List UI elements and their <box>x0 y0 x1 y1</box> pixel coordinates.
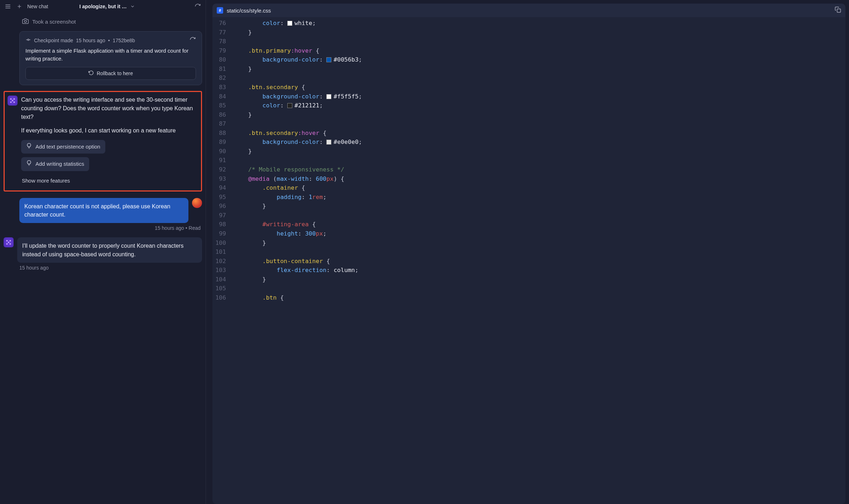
copy-icon[interactable] <box>835 6 841 14</box>
code-line[interactable]: 104 } <box>212 275 845 284</box>
assistant-avatar <box>8 96 18 106</box>
user-message-row: Korean character count is not applied, p… <box>4 198 202 223</box>
code-line[interactable]: 82 <box>212 73 845 83</box>
assistant-message: I'll update the word counter to properly… <box>4 237 202 262</box>
code-line[interactable]: 76 color: white; <box>212 19 845 28</box>
code-line[interactable]: 91 <box>212 156 845 165</box>
chat-panel: New chat I apologize, but it … Took a sc… <box>0 0 206 504</box>
camera-icon <box>22 18 29 25</box>
rollback-label: Rollback to here <box>97 71 133 76</box>
code-line[interactable]: 79 .btn.primary:hover { <box>212 46 845 55</box>
svg-point-13 <box>12 100 13 101</box>
user-message-meta: 15 hours ago • Read <box>19 223 202 231</box>
svg-point-9 <box>10 98 11 100</box>
show-more-features[interactable]: Show more features <box>21 175 198 187</box>
code-line[interactable]: 99 height: 300px; <box>212 229 845 238</box>
chat-title[interactable]: I apologize, but it … <box>80 4 127 9</box>
svg-point-11 <box>10 101 11 103</box>
chat-scroll[interactable]: Took a screenshot Checkpoint made 15 hou… <box>0 13 206 504</box>
code-line[interactable]: 89 background-color: #e0e0e0; <box>212 137 845 147</box>
svg-point-12 <box>14 101 15 103</box>
svg-point-16 <box>6 243 8 245</box>
code-line[interactable]: 106 .btn { <box>212 293 845 302</box>
code-line[interactable]: 100 } <box>212 238 845 248</box>
lightbulb-icon <box>26 143 32 151</box>
code-line[interactable]: 97 <box>212 211 845 220</box>
lightbulb-icon <box>26 160 32 168</box>
svg-point-6 <box>28 39 29 40</box>
code-line[interactable]: 93 @media (max-width: 600px) { <box>212 174 845 184</box>
checkpoint-age: 15 hours ago <box>76 38 105 43</box>
code-line[interactable]: 102 .button-container { <box>212 257 845 266</box>
svg-rect-19 <box>837 9 841 13</box>
assistant-text-2: If everything looks good, I can start wo… <box>21 126 198 135</box>
code-line[interactable]: 105 <box>212 284 845 293</box>
user-avatar <box>192 198 202 208</box>
assistant-message-time: 15 hours ago <box>19 263 202 271</box>
editor-panel: # static/css/style.css 76 color: white;7… <box>206 0 849 504</box>
menu-icon[interactable] <box>4 3 11 10</box>
editor-tab-bar: # static/css/style.css <box>212 4 845 17</box>
svg-point-14 <box>6 240 8 242</box>
checkpoint-label: Checkpoint made <box>34 38 73 43</box>
svg-point-10 <box>14 98 15 100</box>
checkpoint-hash: 1752be8b <box>113 38 135 43</box>
editor-tab[interactable]: # static/css/style.css <box>217 7 271 14</box>
code-line[interactable]: 92 /* Mobile responsiveness */ <box>212 165 845 174</box>
svg-point-17 <box>10 243 11 245</box>
plus-icon[interactable] <box>16 3 23 10</box>
assistant-avatar <box>4 237 14 247</box>
code-line[interactable]: 86 } <box>212 110 845 120</box>
svg-point-5 <box>24 20 27 23</box>
code-line[interactable]: 81 } <box>212 64 845 74</box>
new-chat-button[interactable]: New chat <box>27 4 48 9</box>
editor-filename: static/css/style.css <box>227 8 271 14</box>
checkpoint-refresh-icon[interactable] <box>190 37 196 44</box>
assistant-text: I'll update the word counter to properly… <box>17 237 202 262</box>
code-line[interactable]: 87 <box>212 119 845 129</box>
code-line[interactable]: 85 color: #212121; <box>212 101 845 110</box>
code-line[interactable]: 77 } <box>212 28 845 37</box>
screenshot-label: Took a screenshot <box>32 19 76 25</box>
code-line[interactable]: 103 flex-direction: column; <box>212 266 845 275</box>
code-line[interactable]: 83 .btn.secondary { <box>212 83 845 92</box>
checkpoint-card: Checkpoint made 15 hours ago • 1752be8b … <box>19 31 202 85</box>
code-line[interactable]: 95 padding: 1rem; <box>212 193 845 202</box>
code-line[interactable]: 98 #writing-area { <box>212 220 845 229</box>
chat-header: New chat I apologize, but it … <box>0 0 206 13</box>
suggestion-persistence[interactable]: Add text persistence option <box>21 140 105 154</box>
user-message: Korean character count is not applied, p… <box>19 198 188 223</box>
assistant-text-1: Can you access the writing interface and… <box>21 96 198 121</box>
css-file-icon: # <box>217 7 223 14</box>
code-line[interactable]: 88 .btn.secondary:hover { <box>212 129 845 138</box>
commit-icon <box>25 37 31 44</box>
rollback-button[interactable]: Rollback to here <box>25 67 196 80</box>
refresh-icon[interactable] <box>194 3 201 10</box>
code-line[interactable]: 78 <box>212 37 845 46</box>
code-area[interactable]: 76 color: white;77 }7879 .btn.primary:ho… <box>212 17 845 504</box>
code-line[interactable]: 101 <box>212 247 845 257</box>
suggestion-statistics[interactable]: Add writing statistics <box>21 157 89 171</box>
checkpoint-description: Implement a simple Flask application wit… <box>25 47 196 63</box>
undo-icon <box>88 70 94 77</box>
suggestion-label: Add writing statistics <box>35 160 84 168</box>
suggestion-label: Add text persistence option <box>35 143 100 151</box>
assistant-message-highlighted: Can you access the writing interface and… <box>4 91 202 192</box>
code-line[interactable]: 80 background-color: #0056b3; <box>212 55 845 64</box>
code-line[interactable]: 90 } <box>212 147 845 156</box>
screenshot-event: Took a screenshot <box>19 16 202 28</box>
code-line[interactable]: 96 } <box>212 202 845 211</box>
code-line[interactable]: 84 background-color: #f5f5f5; <box>212 92 845 101</box>
code-line[interactable]: 94 .container { <box>212 183 845 193</box>
svg-point-15 <box>10 240 11 242</box>
svg-point-18 <box>8 242 9 243</box>
chevron-down-icon[interactable] <box>129 3 136 10</box>
